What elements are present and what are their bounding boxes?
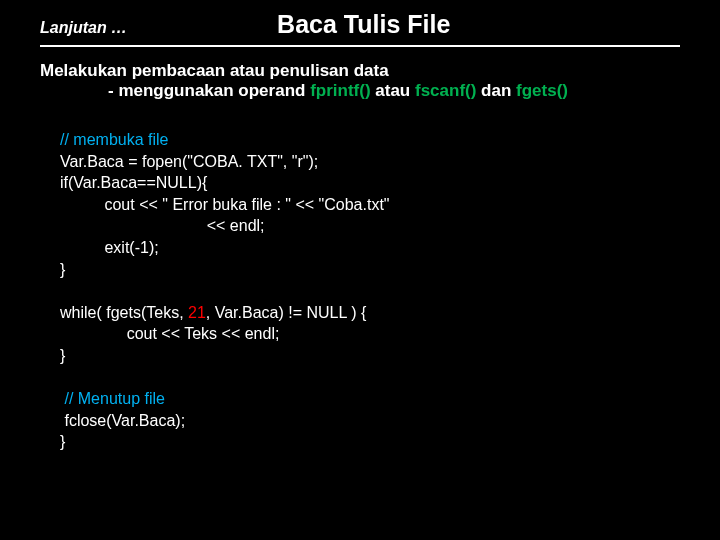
code-line: }	[60, 345, 680, 367]
code-blank	[60, 280, 680, 302]
while-prefix: while( fgets(Teks,	[60, 304, 188, 321]
code-line: }	[60, 259, 680, 281]
keyword-fscanf: fscanf()	[415, 81, 476, 100]
code-comment-close: // Menutup file	[60, 388, 680, 410]
desc-prefix: - menggunakan operand	[108, 81, 310, 100]
description-line-1: Melakukan pembacaan atau penulisan data	[40, 61, 680, 81]
keyword-fgets: fgets()	[516, 81, 568, 100]
code-comment-open: // membuka file	[60, 129, 680, 151]
code-line: Var.Baca = fopen("COBA. TXT", "r");	[60, 151, 680, 173]
continuation-label: Lanjutan …	[40, 19, 127, 37]
slide-header: Lanjutan … Baca Tulis File	[40, 10, 680, 47]
literal-21: 21	[188, 304, 206, 321]
keyword-fprintf: fprintf()	[310, 81, 370, 100]
code-line: cout << " Error buka file : " << "Coba.t…	[60, 194, 680, 216]
code-line: }	[60, 431, 680, 453]
code-line: fclose(Var.Baca);	[60, 410, 680, 432]
code-blank	[60, 367, 680, 389]
code-line: cout << Teks << endl;	[60, 323, 680, 345]
description-line-2: - menggunakan operand fprintf() atau fsc…	[108, 81, 680, 101]
while-suffix: , Var.Baca) != NULL ) {	[206, 304, 367, 321]
code-line: << endl;	[60, 215, 680, 237]
code-line: if(Var.Baca==NULL){	[60, 172, 680, 194]
code-line-while: while( fgets(Teks, 21, Var.Baca) != NULL…	[60, 302, 680, 324]
code-block: // membuka file Var.Baca = fopen("COBA. …	[60, 129, 680, 453]
desc-mid1: atau	[371, 81, 415, 100]
slide-title: Baca Tulis File	[277, 10, 450, 39]
code-line: exit(-1);	[60, 237, 680, 259]
slide: Lanjutan … Baca Tulis File Melakukan pem…	[0, 0, 720, 540]
desc-mid2: dan	[476, 81, 516, 100]
